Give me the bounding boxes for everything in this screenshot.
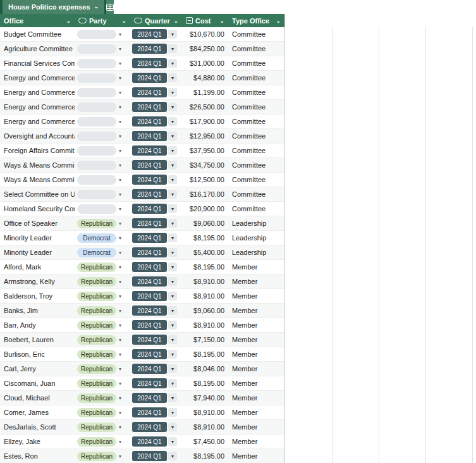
party-select[interactable]: Republican [77,262,116,272]
chevron-down-icon[interactable]: ▾ [119,323,121,328]
quarter-select[interactable]: 2024 Q1 [132,116,167,127]
chevron-down-icon[interactable]: ▾ [119,250,121,256]
chevron-down-icon[interactable]: ▾ [119,264,121,270]
party-cell[interactable]: ▾ [75,85,130,99]
quarter-select[interactable]: 2024 Q1 [132,276,167,287]
quarter-select[interactable]: 2024 Q1 [132,160,167,170]
quarter-cell[interactable]: 2024 Q1 ▾ [130,449,182,463]
column-header-quarter[interactable]: Quarter ⌄ [130,14,182,27]
party-select[interactable] [77,175,116,185]
chevron-down-icon[interactable]: ▾ [168,190,177,199]
cost-cell[interactable]: $8,195.00 [182,347,228,361]
office-cell[interactable]: Energy and Commerce Co [0,71,75,85]
party-cell[interactable]: Republican ▾ [75,435,130,448]
chevron-down-icon[interactable]: ▾ [168,73,177,82]
type-office-cell[interactable]: Committee [228,202,284,216]
party-select[interactable]: Republican [77,306,116,316]
type-office-cell[interactable]: Committee [228,85,284,99]
quarter-cell[interactable]: 2024 Q1 ▾ [130,56,182,70]
quarter-cell[interactable]: 2024 Q1 ▾ [130,100,182,114]
quarter-select[interactable]: 2024 Q1 [132,349,167,359]
party-cell[interactable]: Democrat ▾ [75,245,130,259]
office-cell[interactable]: Armstrong, Kelly [0,275,75,288]
chevron-down-icon[interactable]: ▾ [168,393,177,402]
cost-cell[interactable]: $84,250.00 [182,42,228,56]
chevron-down-icon[interactable]: ▾ [168,335,177,344]
party-cell[interactable]: ▾ [75,114,130,128]
type-office-cell[interactable]: Committee [228,158,284,172]
party-cell[interactable]: Republican ▾ [75,449,130,463]
party-select[interactable]: Democrat [77,248,116,257]
type-office-cell[interactable]: Committee [228,144,284,157]
type-office-cell[interactable]: Leadership [228,231,284,245]
chevron-down-icon[interactable]: ▾ [119,133,121,139]
office-cell[interactable]: Energy and Commerce Co [0,100,75,114]
chevron-down-icon[interactable]: ▾ [168,175,177,184]
cost-cell[interactable]: $7,150.00 [182,333,228,347]
office-cell[interactable]: Boebert, Lauren [0,333,75,347]
quarter-select[interactable]: 2024 Q1 [132,262,167,272]
chevron-down-icon[interactable]: ▾ [119,192,121,197]
chevron-down-icon[interactable]: ▾ [168,379,177,388]
cost-cell[interactable]: $12,500.00 [182,173,228,187]
party-cell[interactable]: ▾ [75,56,130,70]
quarter-cell[interactable]: 2024 Q1 ▾ [130,289,182,303]
office-cell[interactable]: Comer, James [0,405,75,419]
party-select[interactable] [77,44,116,54]
chevron-down-icon[interactable]: ▾ [168,117,177,126]
table-grid-button[interactable] [106,0,114,14]
cost-cell[interactable]: $16,170.00 [182,187,228,201]
office-cell[interactable]: Minority Leader [0,245,75,259]
cost-cell[interactable]: $8,910.00 [182,275,228,288]
party-cell[interactable]: Republican ▾ [75,289,130,303]
office-cell[interactable]: Burlison, Eric [0,347,75,361]
type-office-cell[interactable]: Member [228,289,284,303]
party-cell[interactable]: Republican ▾ [75,333,130,347]
chevron-down-icon[interactable]: ▾ [168,350,177,359]
quarter-select[interactable]: 2024 Q1 [132,378,167,388]
party-select[interactable] [77,204,116,214]
party-select[interactable]: Republican [77,452,116,461]
cost-cell[interactable]: $8,046.00 [182,362,228,376]
quarter-cell[interactable]: 2024 Q1 ▾ [130,173,182,187]
cost-cell[interactable]: $31,000.00 [182,56,228,70]
office-cell[interactable]: Homeland Security Comn [0,202,75,216]
column-header-party[interactable]: Party ⌄ [75,14,130,27]
quarter-select[interactable]: 2024 Q1 [132,218,167,228]
type-office-cell[interactable]: Committee [228,173,284,187]
chevron-down-icon[interactable]: ▾ [119,352,121,357]
chevron-down-icon[interactable]: ▾ [119,381,121,386]
quarter-cell[interactable]: 2024 Q1 ▾ [130,42,182,56]
type-office-cell[interactable]: Committee [228,187,284,201]
office-cell[interactable]: Carl, Jerry [0,362,75,376]
party-cell[interactable]: Republican ▾ [75,391,130,405]
cost-cell[interactable]: $10,670.00 [182,27,228,41]
party-cell[interactable]: ▾ [75,158,130,172]
cost-cell[interactable]: $7,940.00 [182,391,228,405]
quarter-select[interactable]: 2024 Q1 [132,131,167,141]
type-office-cell[interactable]: Member [228,405,284,419]
office-cell[interactable]: Balderson, Troy [0,289,75,303]
chevron-down-icon[interactable]: ▾ [168,219,177,228]
office-cell[interactable]: Minority Leader [0,231,75,245]
chevron-down-icon[interactable]: ▾ [119,46,121,52]
party-select[interactable] [77,102,116,112]
cost-cell[interactable]: $8,195.00 [182,260,228,274]
party-cell[interactable]: ▾ [75,71,130,85]
office-cell[interactable]: Estes, Ron [0,449,75,463]
column-header-cost[interactable]: Cost ⌄ [182,14,228,27]
chevron-down-icon[interactable]: ▾ [119,337,121,343]
type-office-cell[interactable]: Member [228,376,284,390]
chevron-down-icon[interactable]: ⌄ [217,18,224,24]
office-cell[interactable]: Budget Committee [0,27,75,41]
chevron-down-icon[interactable]: ▾ [119,90,121,96]
chevron-down-icon[interactable]: ⌄ [171,18,178,24]
quarter-select[interactable]: 2024 Q1 [132,58,167,68]
chevron-down-icon[interactable]: ▾ [168,364,177,373]
quarter-cell[interactable]: 2024 Q1 ▾ [130,129,182,143]
type-office-cell[interactable]: Member [228,347,284,361]
cost-cell[interactable]: $7,450.00 [182,435,228,448]
quarter-select[interactable]: 2024 Q1 [132,87,167,97]
party-select[interactable]: Republican [77,393,116,403]
type-office-cell[interactable]: Member [228,449,284,463]
